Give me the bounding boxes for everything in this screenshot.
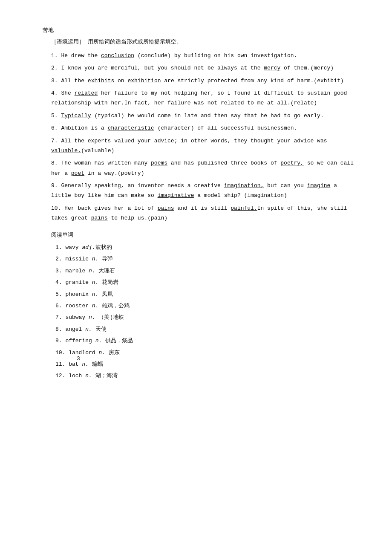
item-1: 1. He drew the conclusion (conclude) by … [43,51,358,61]
vocab-meaning: 大理石 [95,268,115,274]
vocab-num: 8. angel [55,326,85,332]
vocab-num: 7. subway [55,314,89,321]
vocab-num: 3. marble [55,268,89,274]
item-7-text: 7. All the experts valued your advice; i… [51,138,327,154]
item-2-text: 2. I know you are merciful, but you shou… [51,65,334,71]
vocab-item-9: 9. offering n. 供品，祭品 [43,336,358,346]
vocab-meaning: 波状的 [95,244,112,251]
vocab-num: 12. loch [55,373,85,379]
page-container: 苦地 ［语境运用］ 用所给词的适当形式或所给提示填空。 1. He drew t… [43,26,358,381]
vocab-pos: n. [95,338,102,344]
item-10-u3: pains [91,215,108,221]
item-5: 5. Typically (typical) he would come in … [43,111,358,121]
vocab-num: 6. rooster [55,303,92,309]
item-10-u2: painful. [231,205,257,211]
vocab-meaning: 雄鸡，公鸡 [98,303,130,309]
vocab-meaning: 天使 [92,326,107,332]
item-4-u3: related [221,100,244,106]
vocab-pos: n. [92,291,99,298]
vocab-num: 4. granite [55,279,92,286]
vocab-section-title: 阅读单词 [51,230,358,240]
item-8-u3: poet [71,170,84,176]
item-5-u1: Typically [61,113,91,119]
vocab-item-2: 2. missile n. 导弹 [43,254,358,264]
vocab-pos: adj. [82,244,95,251]
vocab-pos: n. [82,361,89,367]
item-6: 6. Ambition is a characteristic (charact… [43,123,358,133]
item-4-u1: related [75,90,98,96]
item-3-u1: exhibits [88,78,114,84]
item-5-text: 5. Typically (typical) he would come in … [51,113,324,119]
item-4: 4. She related her failure to my not hel… [43,88,358,108]
item-3: 3. All the exhibits on exhibition are st… [43,76,358,86]
vocab-pos: n. [89,314,95,321]
item-4-text: 4. She related her failure to my not hel… [51,90,347,106]
vocab-item-7: 7. subway n. （美)地铁 [43,312,358,322]
vocab-item-5: 5. phoenix n. 凤凰 [43,289,358,299]
vocab-meaning: 花岗岩 [98,279,118,286]
vocab-item-8: 8. angel n. 天使 [43,324,358,334]
vocab-meaning: 湖；海湾 [92,373,118,379]
item-1-rest: (conclude) by building on his own invest… [134,52,297,59]
item-8: 8. The woman has written many poems and … [43,158,358,178]
vocab-pos: n. [89,268,95,274]
item-10: 10. Her back gives her a lot of pains an… [43,203,358,223]
item-8-u2: poetry, [280,160,304,166]
vocab-num: 9. offering [55,338,95,344]
vocab-meaning: 凤凰 [98,291,113,298]
instruction-label: ［语境运用］ [51,39,84,45]
vocab-item-3: 3. marble n. 大理石 [43,266,358,276]
item-2: 2. I know you are merciful, but you shou… [43,63,358,73]
vocab-pos: n. [92,303,99,309]
vocab-meaning: （美)地铁 [95,314,124,321]
item-3-u2: exhibition [127,78,161,84]
vocab-item-10: 10. landlord n. 房东 [43,348,358,358]
vocab-pos: n. [92,279,99,286]
item-6-text: 6. Ambition is a characteristic (charact… [51,125,297,131]
item-4-u2: relationship [51,100,91,106]
item-1-u1: conclusion [101,52,134,59]
vocab-num: 1. wavy [55,244,82,251]
item-6-u1: characteristic [108,125,154,131]
vocab-meaning: 房东 [105,350,120,356]
item-8-text: 8. The woman has written many poems and … [51,160,354,176]
vocab-item-4: 4. granite n. 花岗岩 [43,278,358,287]
vocab-pos: n. [85,373,92,379]
vocab-meaning: 蝙蝠 [89,361,103,367]
item-10-u1: pains [158,205,174,211]
vocab-item-12: 12. loch n. 湖；海湾 [43,371,358,381]
item-2-u1: mercy [264,65,280,71]
vocab-item-1: 1. wavy adj.波状的 [43,243,358,252]
item-9: 9. Generally speaking, an inventor needs… [43,181,358,201]
item-7-u2: valuable. [51,147,81,154]
item-9-text: 9. Generally speaking, an inventor needs… [51,182,337,199]
item-7: 7. All the experts valued your advice; i… [43,136,358,156]
vocab-meaning: 供品，祭品 [102,338,133,344]
vocab-meaning: 导弹 [98,256,113,262]
page-number: 3 [77,354,80,364]
item-9-u1: imagination, [224,182,264,189]
item-8-u1: poems [151,160,167,166]
vocab-item-11: 11. bat n. 蝙蝠 [43,359,358,369]
item-7-u1: valued [114,138,134,144]
vocab-num: 2. missile [55,256,92,262]
item-3-text: 3. All the exhibits on exhibition are st… [51,78,344,84]
vocab-num: 5. phoenix [55,291,92,298]
vocab-pos: n. [85,326,92,332]
section-title: 苦地 [43,26,358,35]
instruction: ［语境运用］ 用所给词的适当形式或所给提示填空。 [51,37,358,47]
vocab-item-6: 6. rooster n. 雄鸡，公鸡 [43,301,358,311]
vocab-section: 阅读单词 1. wavy adj.波状的 2. missile n. 导弹 3.… [43,230,358,381]
item-1-num: 1. He drew the [51,52,101,59]
instruction-text: 用所给词的适当形式或所给提示填空。 [88,39,182,45]
item-9-u3: imaginative [158,192,194,199]
item-9-u2: imagine [307,182,331,189]
item-10-text: 10. Her back gives her a lot of pains an… [51,205,347,221]
vocab-pos: n. [92,256,99,262]
vocab-pos: n. [98,350,105,356]
